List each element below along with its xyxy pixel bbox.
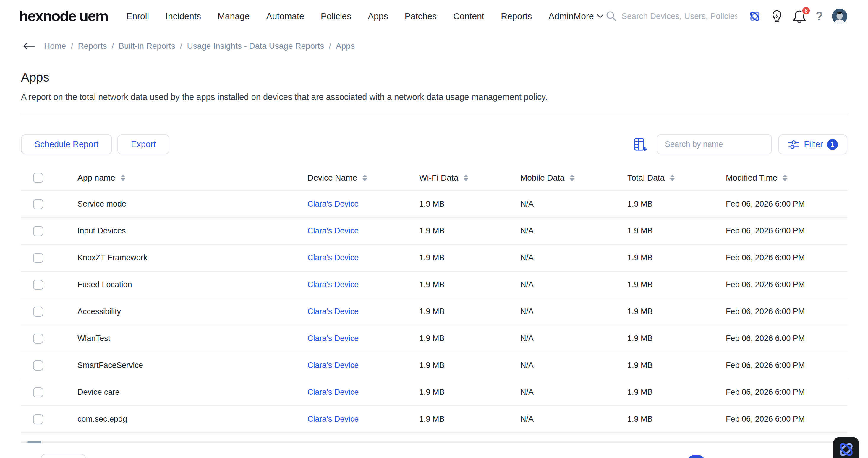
wifi-data-cell: 1.9 MB (419, 226, 520, 235)
row-checkbox[interactable] (33, 226, 43, 236)
device-name-link[interactable]: Clara's Device (307, 253, 419, 262)
column-header-app-name[interactable]: App name (78, 173, 307, 183)
wifi-data-cell: 1.9 MB (419, 280, 520, 289)
total-data-cell: 1.9 MB (627, 334, 726, 343)
top-navbar: hexnode uem EnrollIncidentsManageAutomat… (0, 0, 868, 33)
table-header-row: App name Device Name Wi-Fi Data Mobile D… (21, 165, 847, 191)
breadcrumb-item-reports[interactable]: Reports (78, 41, 107, 51)
device-name-link[interactable]: Clara's Device (307, 307, 419, 316)
page-title: Apps (21, 70, 847, 85)
export-button[interactable]: Export (117, 134, 169, 154)
table-row: Fused Location Clara's Device 1.9 MB N/A… (21, 271, 847, 298)
horizontal-scrollbar-thumb[interactable] (28, 441, 41, 443)
breadcrumb-item-home[interactable]: Home (44, 41, 66, 51)
device-name-link[interactable]: Clara's Device (307, 388, 419, 397)
app-name-cell: WlanTest (78, 334, 307, 343)
row-checkbox[interactable] (33, 387, 43, 397)
device-name-link[interactable]: Clara's Device (307, 280, 419, 289)
table-search-input[interactable] (657, 134, 772, 154)
row-checkbox[interactable] (33, 334, 43, 344)
wifi-data-cell: 1.9 MB (419, 307, 520, 316)
report-toolbar: Schedule Report Export (0, 134, 868, 154)
total-data-cell: 1.9 MB (627, 280, 726, 289)
nav-item-more[interactable]: More (574, 11, 603, 21)
sort-icon[interactable] (363, 175, 367, 181)
nav-item-apps[interactable]: Apps (368, 11, 388, 21)
device-name-link[interactable]: Clara's Device (307, 199, 419, 208)
table-row: Service mode Clara's Device 1.9 MB N/A 1… (21, 191, 847, 218)
global-search-input[interactable] (621, 11, 737, 21)
main-nav: EnrollIncidentsManageAutomatePoliciesApp… (126, 11, 574, 21)
sort-asc-arrow (121, 175, 125, 177)
column-header-total-data[interactable]: Total Data (627, 173, 726, 183)
app-root: hexnode uem EnrollIncidentsManageAutomat… (0, 0, 868, 458)
sort-asc-arrow (570, 175, 575, 177)
hexnode-logo[interactable]: hexnode uem (19, 8, 108, 25)
table-row: SmartFaceService Clara's Device 1.9 MB N… (21, 352, 847, 379)
table-row: Input Devices Clara's Device 1.9 MB N/A … (21, 218, 847, 245)
back-arrow-icon[interactable] (22, 42, 36, 50)
modified-time-cell: Feb 06, 2026 6:00 PM (726, 388, 847, 397)
table-row: com.sec.epdg Clara's Device 1.9 MB N/A 1… (21, 406, 847, 433)
genie-icon[interactable] (748, 9, 762, 23)
table-row: Accessibility Clara's Device 1.9 MB N/A … (21, 298, 847, 325)
pagination-active-page-button[interactable] (688, 455, 704, 458)
row-checkbox[interactable] (33, 199, 43, 209)
column-header-mobile-data[interactable]: Mobile Data (520, 173, 627, 183)
section-divider (21, 114, 847, 115)
row-checkbox[interactable] (33, 307, 43, 317)
device-name-link[interactable]: Clara's Device (307, 361, 419, 370)
column-header-wi-fi-data[interactable]: Wi-Fi Data (419, 173, 520, 183)
nav-item-automate[interactable]: Automate (267, 11, 304, 21)
wifi-data-cell: 1.9 MB (419, 253, 520, 262)
column-header-label: Modified Time (726, 173, 777, 183)
nav-item-reports[interactable]: Reports (501, 11, 532, 21)
breadcrumb-item-built-in-reports[interactable]: Built-in Reports (119, 41, 175, 51)
sort-icon[interactable] (670, 175, 675, 181)
sort-desc-arrow (670, 178, 675, 181)
nav-item-policies[interactable]: Policies (321, 11, 351, 21)
sort-icon[interactable] (464, 175, 468, 181)
horizontal-scrollbar-track[interactable] (21, 441, 847, 443)
column-header-modified-time[interactable]: Modified Time (726, 173, 847, 183)
nav-item-content[interactable]: Content (453, 11, 484, 21)
column-header-label: App name (78, 173, 115, 183)
wifi-data-cell: 1.9 MB (419, 361, 520, 370)
breadcrumb-item-usage-insights-data-usage-reports[interactable]: Usage Insights - Data Usage Reports (187, 41, 324, 51)
schedule-report-button[interactable]: Schedule Report (21, 134, 112, 154)
modified-time-cell: Feb 06, 2026 6:00 PM (726, 253, 847, 262)
sort-icon[interactable] (121, 175, 125, 181)
row-checkbox[interactable] (33, 253, 43, 263)
help-icon[interactable]: ? (815, 9, 823, 23)
nav-item-incidents[interactable]: Incidents (165, 11, 201, 21)
notifications-bell-icon[interactable]: 8 (792, 9, 807, 23)
device-name-link[interactable]: Clara's Device (307, 415, 419, 424)
user-avatar[interactable] (832, 8, 847, 24)
device-name-link[interactable]: Clara's Device (307, 226, 419, 235)
device-name-link[interactable]: Clara's Device (307, 334, 419, 343)
nav-item-patches[interactable]: Patches (405, 11, 437, 21)
row-checkbox[interactable] (33, 280, 43, 290)
nav-item-manage[interactable]: Manage (218, 11, 250, 21)
global-search (606, 10, 737, 22)
page-size-select[interactable] (41, 454, 86, 458)
total-data-cell: 1.9 MB (627, 199, 726, 208)
filter-sliders-icon (788, 139, 800, 151)
row-checkbox[interactable] (33, 414, 43, 424)
row-checkbox-cell (21, 307, 78, 317)
mobile-data-cell: N/A (520, 415, 627, 424)
app-name-cell: com.sec.epdg (78, 415, 307, 424)
row-checkbox[interactable] (33, 360, 43, 370)
row-checkbox-cell (21, 253, 78, 263)
sort-icon[interactable] (570, 175, 575, 181)
sort-icon[interactable] (782, 175, 787, 181)
nav-item-admin[interactable]: Admin (549, 11, 574, 21)
row-checkbox-cell (21, 414, 78, 424)
nav-item-enroll[interactable]: Enroll (126, 11, 149, 21)
hexnode-genie-chat-button[interactable] (833, 437, 859, 458)
whats-new-bulb-icon[interactable] (770, 9, 783, 23)
filter-button[interactable]: Filter 1 (778, 134, 847, 154)
column-header-device-name[interactable]: Device Name (307, 173, 419, 183)
select-all-checkbox[interactable] (33, 173, 43, 183)
column-customize-icon[interactable] (632, 137, 647, 152)
